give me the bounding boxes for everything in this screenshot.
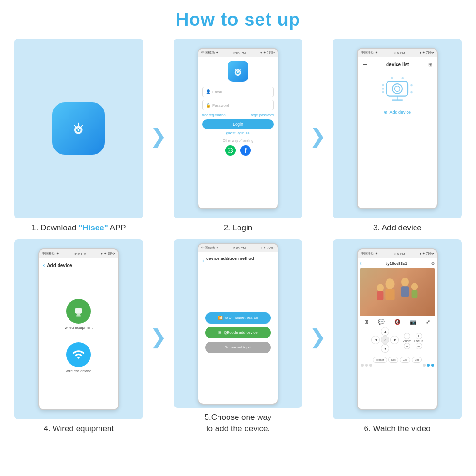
page: How to set up 1. Download: [0, 0, 476, 476]
mute-icon[interactable]: 🔇: [394, 319, 401, 325]
user-icon: 👤: [206, 89, 210, 94]
step-4-block: 中国移动 ✦ 3:06 PM ♦ ✦ 79%▪ ‹ Add device: [14, 239, 143, 435]
step-2-block: 中国移动 ✦ 3:06 PM ♦ ✦ 79%▪: [174, 39, 303, 234]
step-1-number: 1. Download: [31, 223, 79, 232]
arrow-4: ❯: [307, 239, 328, 435]
camera-illustration: [378, 72, 416, 105]
svg-point-13: [382, 91, 384, 93]
focus-minus[interactable]: −: [416, 343, 422, 349]
status-right-3: ♦ ✦ 79%▪: [420, 51, 434, 55]
arrow-3-icon: ❯: [150, 327, 167, 347]
svg-point-11: [382, 84, 384, 86]
step-3-block: 中国移动 ✦ 3:06 PM ♦ ✦ 79%▪ ☰ device list ⊞: [333, 39, 462, 234]
video-content: ‹ by10co83c1 ⚙: [358, 258, 437, 409]
status-center-4: 3:06 PM: [74, 252, 86, 256]
add-device-header: ‹ Add device: [43, 262, 114, 268]
svg-rect-22: [385, 288, 394, 300]
wired-option[interactable]: wired equipment: [65, 299, 93, 330]
arrow-4-icon: ❯: [309, 327, 326, 347]
wireless-option[interactable]: wireless device: [66, 342, 91, 373]
step-6-number: 6. Watch the video: [364, 424, 431, 433]
dot-1: [361, 364, 364, 367]
step-6-block: 中国移动 ✦ 3:06 PM ♦ ✦ 79%▪ ‹ by10co83c1 ⚙: [333, 239, 462, 435]
step-1-screen: [14, 39, 143, 218]
set-btn[interactable]: Set: [388, 357, 398, 363]
add-device-phone: 中国移动 ✦ 3:06 PM ♦ ✦ 79%▪ ‹ Add device: [38, 248, 119, 410]
login-divider: Other way of landing: [223, 139, 253, 142]
back-arrow-4[interactable]: ‹: [43, 262, 45, 268]
grid-icon[interactable]: ⊞: [364, 319, 368, 325]
login-links: free registration Forget password: [202, 113, 274, 117]
login-button[interactable]: Login: [202, 119, 274, 129]
menu-icon[interactable]: ☰: [363, 62, 367, 67]
step-2-number: 2. Login: [224, 223, 253, 232]
password-field[interactable]: 🔒 Password: [202, 100, 274, 110]
phone-status-bar-6: 中国移动 ✦ 3:06 PM ♦ ✦ 79%▪: [358, 249, 437, 258]
status-center-5: 3:06 PM: [233, 247, 246, 250]
lock-icon: 🔒: [206, 103, 210, 108]
step-4-number: 4. Wired equipment: [44, 424, 114, 433]
step-4-label: 4. Wired equipment: [44, 423, 114, 435]
svg-rect-18: [75, 308, 82, 314]
zoom-plus[interactable]: +: [404, 333, 410, 339]
focus-col: + Focus −: [414, 333, 423, 349]
settings-icon-3[interactable]: ⊞: [428, 62, 432, 67]
status-left-5: 中国移动 ✦: [201, 246, 218, 250]
ptz-center[interactable]: ○: [381, 336, 389, 344]
device-list-content: ☰ device list ⊞: [358, 57, 437, 208]
phone-status-bar-5: 中国移动 ✦ 3:06 PM ♦ ✦ 79%▪: [198, 244, 278, 252]
zoom-minus[interactable]: −: [404, 343, 410, 349]
arrow-2: ❯: [307, 39, 328, 234]
video-phone: 中国移动 ✦ 3:06 PM ♦ ✦ 79%▪ ‹ by10co83c1 ⚙: [357, 248, 438, 410]
step-5-screen: 中国移动 ✦ 3:06 PM ♦ ✦ 79%▪ ‹ device additio…: [174, 239, 303, 408]
del-btn[interactable]: Del: [412, 357, 422, 363]
dot-4: [423, 364, 426, 367]
step-2-label: 2. Login: [224, 222, 253, 234]
ptz-right[interactable]: ▶: [390, 336, 399, 344]
zoom-label: Zoom: [403, 339, 411, 343]
step-2-screen: 中国移动 ✦ 3:06 PM ♦ ✦ 79%▪: [174, 39, 303, 218]
free-reg-link[interactable]: free registration: [202, 113, 226, 117]
expand-icon[interactable]: ⤢: [426, 319, 430, 325]
focus-plus[interactable]: +: [416, 333, 422, 339]
svg-point-17: [402, 77, 404, 79]
ptz-left[interactable]: ◀: [371, 336, 380, 344]
email-field[interactable]: 👤 Email: [202, 87, 274, 97]
arrow-1: ❯: [148, 39, 169, 234]
manual-input-button[interactable]: ✎ manual input: [205, 342, 271, 353]
step-1-label: 1. Download "Hisee" APP: [31, 222, 126, 234]
back-arrow-6[interactable]: ‹: [360, 260, 362, 267]
wechat-icon[interactable]: [225, 145, 236, 156]
device-list-header: ☰ device list ⊞: [362, 61, 433, 68]
add-device-button[interactable]: ⊕ Add device: [384, 110, 411, 115]
login-content: 👤 Email 🔒 Password free registration For…: [198, 57, 278, 208]
settings-icon-6[interactable]: ⚙: [431, 261, 435, 266]
call-btn[interactable]: Call: [400, 357, 410, 363]
preset-btn[interactable]: Preset: [373, 357, 387, 363]
qrcode-button[interactable]: ⊞ QRcode add device: [205, 327, 271, 338]
chat-icon[interactable]: 💬: [378, 319, 385, 325]
ptz-down[interactable]: ▼: [381, 344, 389, 353]
back-arrow-5[interactable]: ‹: [202, 258, 204, 264]
wired-icon-circle: [66, 299, 91, 324]
dot-6: [431, 364, 434, 367]
top-row: 1. Download "Hisee" APP ❯ 中国移动 ✦ 3:06 PM…: [14, 39, 462, 234]
step-5-number: 5.Choose one wayto add the device.: [205, 413, 272, 433]
device-list-phone: 中国移动 ✦ 3:06 PM ♦ ✦ 79%▪ ☰ device list ⊞: [357, 48, 438, 209]
camera-icon[interactable]: 📷: [410, 319, 416, 325]
ptz-up[interactable]: ▲: [381, 327, 389, 336]
svg-point-8: [395, 86, 400, 91]
svg-point-12: [382, 88, 384, 90]
svg-rect-19: [77, 314, 80, 316]
svg-rect-28: [411, 290, 417, 298]
step-5-label: 5.Choose one wayto add the device.: [205, 412, 272, 435]
forget-pwd-link[interactable]: Forget password: [249, 113, 274, 117]
guest-login-link[interactable]: guest login >>: [226, 131, 250, 135]
dots-row: [360, 364, 435, 367]
gid-search-button[interactable]: 📶 GID intranet search: [205, 312, 271, 324]
svg-rect-26: [377, 291, 383, 300]
status-center-6: 3:06 PM: [393, 252, 405, 256]
device-id: by10co83c1: [385, 261, 407, 266]
facebook-icon[interactable]: f: [240, 145, 251, 156]
status-right-4: ♦ ✦ 79%▪: [101, 252, 115, 256]
